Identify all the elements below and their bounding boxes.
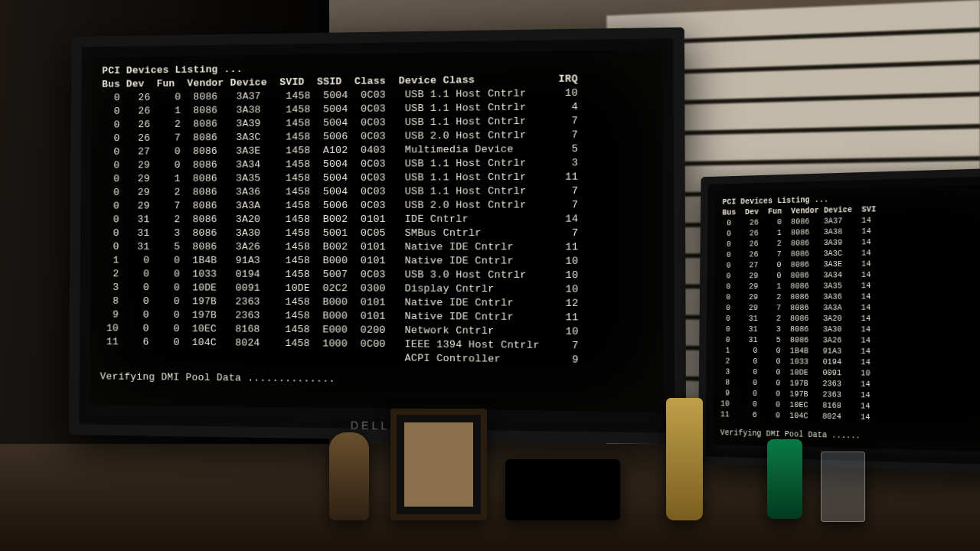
bios-screen-secondary: PCI Devices Listing ... Bus Dev Fun Vend… xyxy=(713,184,980,452)
pci-device-table: 0 26 0 8086 3A37 1458 5004 0C03 USB 1.1 … xyxy=(100,86,652,368)
pci-device-table-side: 0 26 0 8086 3A37 14 0 26 1 8086 3A38 14 … xyxy=(720,213,980,426)
pci-row: 0 31 2 8086 3A20 14 xyxy=(721,314,980,325)
dmi-status-line-side: Verifying DMI Pool Data ...... xyxy=(720,428,980,445)
pci-row: 0 31 3 8086 3A30 14 xyxy=(721,324,980,336)
monitor-brand-logo: DELL xyxy=(69,415,686,436)
tissue-box xyxy=(505,459,620,520)
spray-can xyxy=(767,439,802,519)
photo-frame xyxy=(390,409,487,520)
monitor-secondary: PCI Devices Listing ... Bus Dev Fun Vend… xyxy=(698,168,980,474)
dmi-status-line: Verifying DMI Pool Data .............. xyxy=(100,370,652,390)
figurine-groot xyxy=(329,432,369,520)
bottle xyxy=(666,398,703,520)
pci-row: 0 29 7 8086 3A3A 1458 5006 0C03 USB 2.0 … xyxy=(101,198,652,214)
monitor-main: PCI Devices Listing ... Bus Dev Fun Vend… xyxy=(69,28,687,445)
drinking-glass xyxy=(821,452,865,522)
pci-row: 0 29 2 8086 3A36 1458 5004 0C03 USB 1.1 … xyxy=(101,184,652,199)
bios-screen-main: PCI Devices Listing ... Bus Dev Fun Vend… xyxy=(90,50,664,412)
pci-row: 0 29 2 8086 3A36 14 xyxy=(721,291,980,303)
pci-row: 0 31 2 8086 3A20 1458 B002 0101 IDE Cntr… xyxy=(101,212,652,227)
pci-row: 1 0 0 1B4B 91A3 1458 B000 0101 Native ID… xyxy=(101,254,652,269)
pci-row: 0 31 5 8086 3A26 1458 B002 0101 Native I… xyxy=(101,240,652,255)
pci-row: 0 31 3 8086 3A30 1458 5001 0C05 SMBus Cn… xyxy=(101,227,652,240)
pci-row: 0 29 7 8086 3A3A 14 xyxy=(721,302,980,314)
